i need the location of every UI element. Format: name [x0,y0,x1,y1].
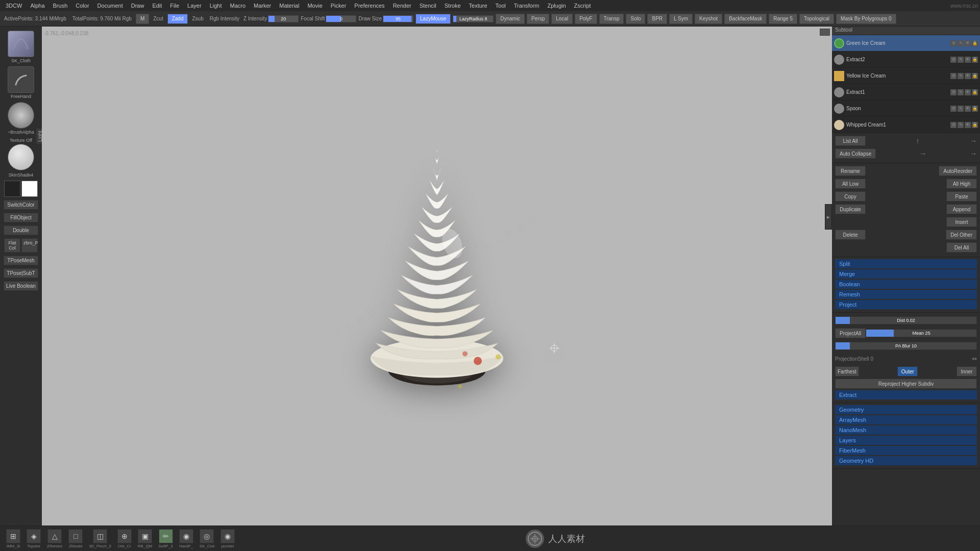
projection-shell-arrows[interactable]: ⇔ [972,355,977,362]
menu-stencil[interactable]: Stencil [416,2,440,10]
solo-button[interactable]: Solo [626,14,645,24]
subtool-extract2[interactable]: Extract2 ⚙ ✎ 👁 🔒 [832,52,980,68]
subtool-spoon[interactable]: Spoon ⚙ ✎ 👁 🔒 [832,101,980,117]
bpr-button[interactable]: BPR [647,14,667,24]
menu-3dcw[interactable]: 3DCW [2,2,26,10]
reproject-higher-subdiv-button[interactable]: Reproject Higher Subdiv [835,379,977,389]
range-button[interactable]: Range 5 [769,14,797,24]
menu-tool[interactable]: Tool [492,2,509,10]
project-button[interactable]: Project [835,300,977,309]
double-button[interactable]: Double [4,226,38,235]
mean-slider[interactable]: Mean 25 [866,329,977,337]
z-intensity-slider[interactable]: 20 [268,15,299,22]
menu-document[interactable]: Document [94,2,127,10]
brush-sk-cloth[interactable]: SK_Cloth [3,31,39,63]
project-all-button[interactable]: ProjectAll [835,328,866,338]
subtool-icon-edit-3[interactable]: ✎ [958,89,964,95]
subtool-icon-gear-3[interactable]: ⚙ [950,89,957,95]
subtool-icon-eye-2[interactable]: 👁 [965,73,971,79]
copy-button[interactable]: Copy [835,191,866,202]
subtool-icon-eye-5[interactable]: 👁 [965,122,971,128]
menu-layer[interactable]: Layer [184,2,205,10]
flat-col-button[interactable]: Flat Col [4,238,20,253]
layers-button[interactable]: Layers [835,436,977,445]
subtool-icon-lock-4[interactable]: 🔒 [972,106,978,112]
dist-slider[interactable]: Dist 0.02 [835,316,977,324]
del-all-button[interactable]: Del All [946,242,977,253]
foreground-color[interactable] [4,181,20,197]
viewport[interactable]: 人人素材区 人人素材区 人人素材区 [42,27,832,525]
farthest-button[interactable]: Farthest [835,366,859,377]
subtool-icon-edit-2[interactable]: ✎ [958,73,964,79]
menu-file[interactable]: File [166,2,183,10]
collapse-panel-arrow[interactable]: ► [825,204,832,230]
pa-blur-slider[interactable]: PA Blur 10 [835,342,977,350]
append-button[interactable]: Append [946,204,977,214]
mode-m-button[interactable]: M [136,14,149,24]
background-color[interactable] [21,181,38,197]
bottom-tool-orb[interactable]: ⊕ Orb_Cr [115,528,134,549]
subtool-icon-eye-3[interactable]: 👁 [965,89,971,95]
polyf-button[interactable]: PolyF [575,14,597,24]
bottom-tool-softp[interactable]: ✏ SoftP_3 [156,528,175,549]
subtool-icon-edit-4[interactable]: ✎ [958,106,964,112]
menu-stroke[interactable]: Stroke [441,2,464,10]
auto-collapse-button[interactable]: Auto Collapse [835,148,876,159]
duplicate-button[interactable]: Duplicate [835,204,866,214]
menu-texture[interactable]: Texture [465,2,491,10]
bottom-tool-porebri[interactable]: ◉ porebri [218,528,237,549]
subtool-icon-lock-2[interactable]: 🔒 [972,73,978,79]
subtool-icon-lock-0[interactable]: 🔒 [972,40,978,46]
del-other-button[interactable]: Del Other [946,230,977,240]
subtool-extract1[interactable]: Extract1 ⚙ ✎ 👁 🔒 [832,84,980,101]
menu-picker[interactable]: Picker [327,2,350,10]
menu-transform[interactable]: Transform [510,2,543,10]
geometry-button[interactable]: Geometry [835,405,977,414]
dynamic-button[interactable]: Dynamic [496,14,525,24]
list-all-arrow[interactable]: ↑ [916,137,920,145]
auto-reorder-button[interactable]: AutoReorder [939,166,977,176]
outer-button[interactable]: Outer [897,366,918,377]
menu-draw[interactable]: Draw [128,2,148,10]
menu-zscript[interactable]: Zscript [571,2,595,10]
subtool-icon-eye-4[interactable]: 👁 [965,106,971,112]
boolean-button[interactable]: Boolean [835,280,977,289]
list-all-arrow-right[interactable]: → [970,137,977,145]
delete-button[interactable]: Delete [835,230,866,240]
tpose-subt-button[interactable]: TPose|SubT [4,268,38,278]
lazy-radius-slider[interactable]: LazyRadius 8 [453,15,494,22]
array-mesh-button[interactable]: ArrayMesh [835,415,977,424]
light-tab[interactable]: Light [36,129,42,144]
auto-collapse-arrow[interactable]: → [919,149,926,158]
transp-button[interactable]: Transp [599,14,624,24]
draw-size-slider[interactable]: 95 [383,15,413,22]
topological-button[interactable]: Topological [799,14,834,24]
menu-color[interactable]: Color [72,2,92,10]
bottom-tool-zmodel[interactable]: □ ZModel [66,528,85,549]
keyshot-button[interactable]: Keyshot [695,14,722,24]
bottom-tool-imm[interactable]: ⊞ IMM_3I [4,528,22,549]
menu-preferences[interactable]: Preferences [351,2,388,10]
remesh-button[interactable]: Remesh [835,290,977,299]
list-all-button[interactable]: List All [835,136,866,146]
backface-mask-button[interactable]: BackfaceMask [724,14,767,24]
bottom-tool-hardp[interactable]: ◉ HardP_ [177,528,195,549]
paste-button[interactable]: Paste [946,191,977,202]
persp-button[interactable]: Persp [527,14,549,24]
menu-marker[interactable]: Marker [250,2,275,10]
nano-mesh-button[interactable]: NanoMesh [835,425,977,435]
bottom-tool-topoloi[interactable]: ◈ Topoloi [24,528,43,549]
menu-brush[interactable]: Brush [50,2,71,10]
subtool-icon-lock-3[interactable]: 🔒 [972,89,978,95]
insert-button[interactable]: Insert [946,217,977,227]
bottom-tool-rb[interactable]: ▣ RB_QM [136,528,154,549]
all-high-button[interactable]: All High [946,179,977,189]
texture-thumb[interactable] [8,144,34,170]
subtool-icon-gear-5[interactable]: ⚙ [950,122,957,128]
brush-alpha[interactable]: ~BrushAlpha [3,102,39,135]
inner-button[interactable]: Inner [957,366,977,377]
l-sym-button[interactable]: L Sym [669,14,693,24]
all-low-button[interactable]: All Low [835,179,866,189]
zadd-button[interactable]: Zadd [167,14,188,24]
menu-zplugin[interactable]: Zplugin [544,2,570,10]
